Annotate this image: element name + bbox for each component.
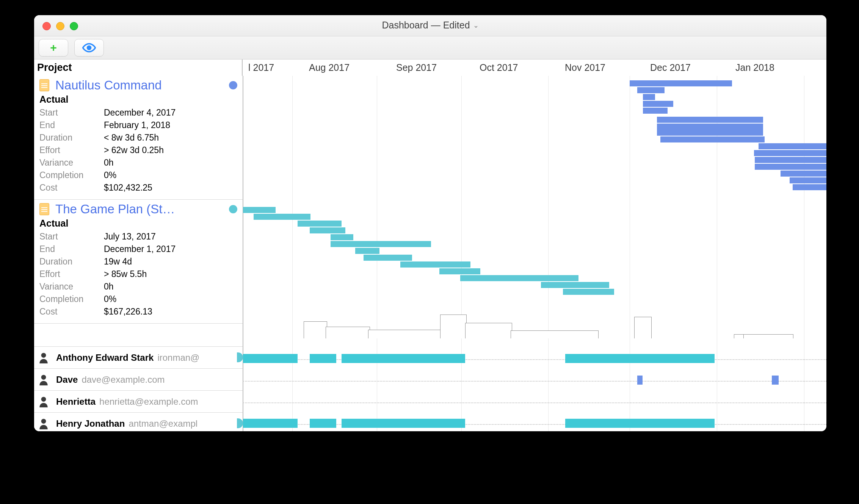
resource-allocation-bar[interactable] bbox=[565, 419, 715, 428]
resource-row[interactable]: Davedave@example.com bbox=[34, 369, 243, 391]
project-field-row: Completion0% bbox=[39, 293, 237, 305]
field-value: $167,226.13 bbox=[104, 305, 152, 318]
svg-point-0 bbox=[88, 46, 91, 50]
field-value: > 62w 3d 0.25h bbox=[104, 144, 164, 157]
gantt-bar[interactable] bbox=[630, 80, 732, 86]
svg-point-2 bbox=[41, 375, 46, 380]
gantt-bar[interactable] bbox=[541, 282, 609, 288]
load-graph-segment bbox=[634, 317, 652, 338]
field-value: December 4, 2017 bbox=[104, 106, 176, 119]
gantt-bar[interactable] bbox=[331, 234, 353, 240]
project-status-dot bbox=[229, 205, 237, 213]
project-field-row: Cost$102,432.25 bbox=[39, 182, 237, 194]
resource-email: henrietta@example.com bbox=[99, 396, 198, 407]
month-label: Sep 2017 bbox=[396, 62, 437, 73]
project-doc-icon bbox=[39, 79, 49, 91]
svg-point-3 bbox=[41, 397, 46, 402]
gantt-bar[interactable] bbox=[563, 289, 614, 295]
gantt-bar[interactable] bbox=[637, 87, 665, 93]
field-value: $102,432.25 bbox=[104, 182, 152, 194]
load-graph-segment bbox=[743, 334, 793, 338]
gantt-bar[interactable] bbox=[310, 227, 345, 233]
timeline-header: l 2017Aug 2017Sep 2017Oct 2017Nov 2017De… bbox=[243, 59, 826, 77]
resource-allocation-bar[interactable] bbox=[243, 419, 298, 428]
add-button[interactable]: + bbox=[39, 39, 68, 56]
window-title[interactable]: Dashboard — Edited ⌄ bbox=[382, 20, 478, 31]
gantt-bar[interactable] bbox=[790, 177, 826, 183]
project-doc-icon bbox=[39, 203, 49, 215]
resource-row[interactable]: Anthony Edward Starkironman@ bbox=[34, 347, 243, 369]
resource-row[interactable]: Henry Jonathanantman@exampl bbox=[34, 413, 243, 431]
field-value: < 8w 3d 6.75h bbox=[104, 131, 159, 144]
resource-email: ironman@ bbox=[157, 352, 199, 363]
field-key: Start bbox=[39, 230, 104, 243]
eye-icon bbox=[82, 41, 96, 55]
resource-allocation-bar[interactable] bbox=[637, 376, 643, 385]
month-gridline bbox=[292, 76, 293, 431]
month-label: Dec 2017 bbox=[650, 62, 691, 73]
field-value: 0h bbox=[104, 280, 114, 293]
gantt-bar[interactable] bbox=[331, 241, 431, 247]
load-graph-segment bbox=[465, 323, 512, 338]
gantt-bar[interactable] bbox=[755, 164, 826, 170]
field-key: Variance bbox=[39, 280, 104, 293]
field-key: Cost bbox=[39, 182, 104, 194]
gantt-bar[interactable] bbox=[460, 275, 578, 281]
resource-timeline-baseline bbox=[243, 381, 826, 382]
resource-allocation-bar[interactable] bbox=[310, 354, 336, 363]
field-value: > 85w 5.5h bbox=[104, 268, 147, 280]
gantt-bar[interactable] bbox=[400, 261, 470, 268]
field-key: Duration bbox=[39, 255, 104, 268]
project-name: The Game Plan (St… bbox=[55, 202, 224, 216]
project-field-row: Variance0h bbox=[39, 280, 237, 293]
gantt-bar[interactable] bbox=[781, 171, 826, 177]
load-graph-segment bbox=[368, 330, 441, 338]
field-value: February 1, 2018 bbox=[104, 119, 170, 131]
resource-allocation-bar[interactable] bbox=[342, 419, 465, 428]
gantt-bar[interactable] bbox=[643, 108, 668, 114]
project-name: Nautilus Command bbox=[55, 78, 224, 92]
resource-allocation-bar[interactable] bbox=[772, 376, 779, 385]
minimize-icon[interactable] bbox=[56, 22, 64, 30]
gantt-bar[interactable] bbox=[643, 94, 655, 100]
gantt-bar[interactable] bbox=[754, 150, 826, 156]
project-field-row: Duration19w 4d bbox=[39, 255, 237, 268]
gantt-bar[interactable] bbox=[298, 221, 342, 227]
field-key: End bbox=[39, 119, 104, 131]
resource-allocation-bar[interactable] bbox=[342, 354, 465, 363]
resource-name: Dave bbox=[56, 374, 78, 385]
resource-allocation-bar[interactable] bbox=[243, 354, 298, 363]
app-window: Dashboard — Edited ⌄ + Project l 2017Aug… bbox=[34, 15, 826, 431]
resource-list: Anthony Edward Starkironman@Davedave@exa… bbox=[34, 346, 243, 431]
gantt-bar[interactable] bbox=[364, 255, 412, 261]
resource-status-dot bbox=[237, 418, 243, 428]
gantt-bar[interactable] bbox=[439, 268, 480, 274]
gantt-bar[interactable] bbox=[657, 117, 763, 123]
gantt-bar[interactable] bbox=[355, 248, 379, 254]
gantt-bar[interactable] bbox=[254, 214, 310, 220]
resource-allocation-bar[interactable] bbox=[310, 419, 336, 428]
project-card[interactable]: Nautilus Command Actual StartDecember 4,… bbox=[34, 76, 243, 200]
gantt-bar[interactable] bbox=[657, 124, 763, 136]
gantt-bar[interactable] bbox=[759, 143, 826, 149]
project-title-row: The Game Plan (St… bbox=[39, 202, 237, 216]
zoom-icon[interactable] bbox=[70, 22, 78, 30]
gantt-bar[interactable] bbox=[643, 101, 673, 107]
resource-row[interactable]: Henriettahenrietta@example.com bbox=[34, 391, 243, 413]
resource-name: Henrietta bbox=[56, 396, 96, 407]
project-card[interactable]: The Game Plan (St… Actual StartJuly 13, … bbox=[34, 200, 243, 324]
field-key: Effort bbox=[39, 268, 104, 280]
gantt-canvas[interactable] bbox=[243, 76, 826, 431]
gantt-bar[interactable] bbox=[243, 207, 276, 213]
gantt-bar[interactable] bbox=[793, 184, 826, 190]
gantt-bar[interactable] bbox=[755, 157, 826, 163]
project-field-row: StartDecember 4, 2017 bbox=[39, 106, 237, 119]
field-key: Completion bbox=[39, 293, 104, 305]
project-field-row: EndFebruary 1, 2018 bbox=[39, 119, 237, 131]
resource-allocation-bar[interactable] bbox=[565, 354, 715, 363]
person-icon bbox=[39, 396, 49, 407]
close-icon[interactable] bbox=[42, 22, 51, 30]
svg-point-1 bbox=[41, 353, 46, 358]
view-button[interactable] bbox=[74, 39, 104, 56]
gantt-bar[interactable] bbox=[660, 136, 765, 142]
